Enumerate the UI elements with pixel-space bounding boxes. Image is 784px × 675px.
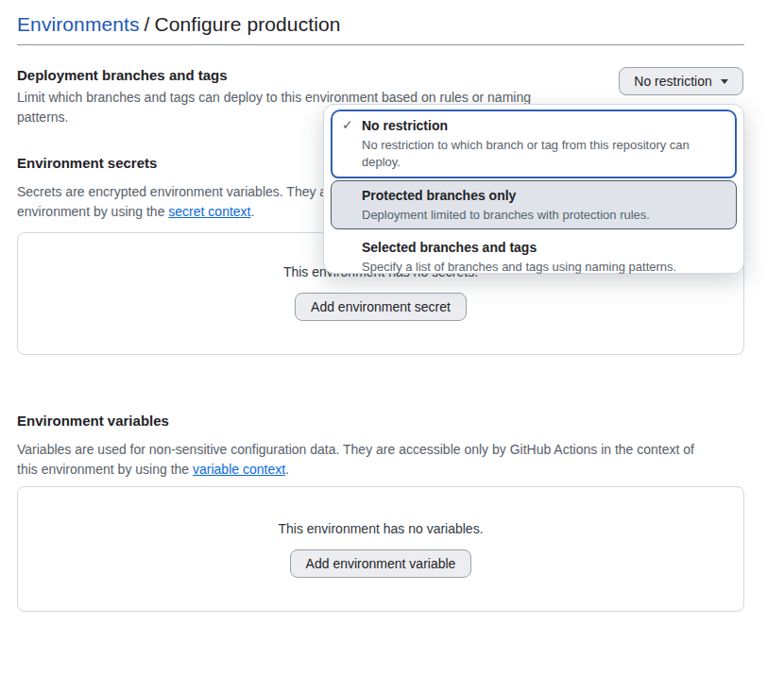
branch-restriction-dropdown-button[interactable]: No restriction: [619, 67, 743, 95]
menu-item-title: Protected branches only: [362, 186, 726, 205]
deployment-section-heading: Deployment branches and tags: [17, 66, 228, 85]
secrets-desc-line2-text: environment by using the: [17, 204, 168, 219]
breadcrumb-environments-link[interactable]: Environments: [17, 13, 140, 35]
variables-empty-box: This environment has no variables. Add e…: [17, 486, 744, 612]
variables-desc-line2-text: this environment by using the: [17, 462, 193, 477]
environment-config-page: Environments/Configure production Deploy…: [0, 0, 784, 675]
menu-item-description: Deployment limited to branches with prot…: [362, 207, 726, 224]
menu-item-description: No restriction to which branch or tag fr…: [362, 137, 726, 171]
breadcrumb: Environments/Configure production: [17, 13, 341, 36]
variables-empty-text: This environment has no variables.: [278, 521, 483, 537]
variables-desc-line2: this environment by using the variable c…: [17, 460, 754, 480]
caret-down-icon: [721, 79, 728, 84]
variables-desc-period: .: [285, 462, 289, 477]
secret-context-link[interactable]: secret context: [168, 204, 250, 219]
page-title: Configure production: [155, 13, 341, 35]
variables-section-description: Variables are used for non-sensitive con…: [17, 440, 754, 480]
menu-item-title: Selected branches and tags: [362, 238, 727, 257]
menu-item-title: No restriction: [362, 116, 726, 135]
variable-context-link[interactable]: variable context: [193, 462, 285, 477]
menu-item-protected-branches[interactable]: Protected branches only Deployment limit…: [331, 180, 737, 229]
add-environment-secret-button[interactable]: Add environment secret: [295, 293, 467, 321]
check-icon: ✓: [342, 117, 353, 132]
secrets-desc-period: .: [250, 204, 254, 219]
add-environment-variable-button[interactable]: Add environment variable: [290, 549, 472, 578]
menu-item-selected-branches[interactable]: Selected branches and tags Specify a lis…: [331, 229, 737, 281]
breadcrumb-separator: /: [140, 13, 155, 35]
header-divider: [17, 44, 744, 45]
menu-item-no-restriction[interactable]: ✓ No restriction No restriction to which…: [331, 110, 737, 178]
menu-item-description: Specify a list of branches and tags usin…: [362, 259, 727, 276]
variables-desc-line1: Variables are used for non-sensitive con…: [17, 440, 754, 460]
secrets-section-heading: Environment secrets: [17, 154, 157, 173]
variables-section-heading: Environment variables: [17, 412, 169, 430]
dropdown-button-label: No restriction: [634, 74, 711, 89]
branch-restriction-menu: ✓ No restriction No restriction to which…: [323, 104, 744, 274]
